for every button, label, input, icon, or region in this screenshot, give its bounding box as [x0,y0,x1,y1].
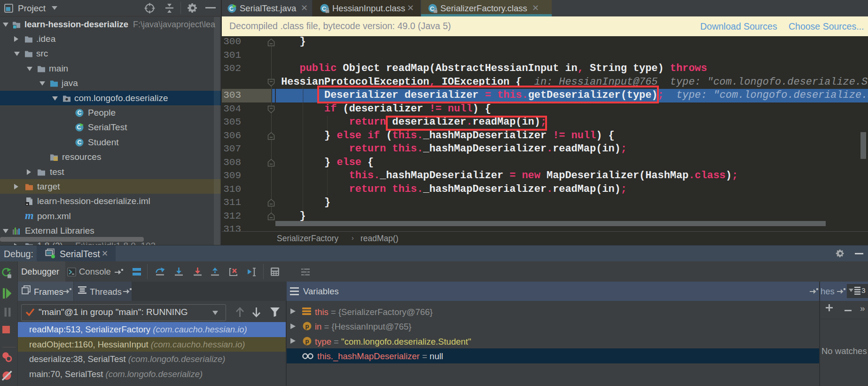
svg-text:p: p [305,323,309,330]
svg-text:C: C [77,139,81,146]
svg-text:p: p [305,338,309,345]
svg-text:C: C [77,110,81,116]
